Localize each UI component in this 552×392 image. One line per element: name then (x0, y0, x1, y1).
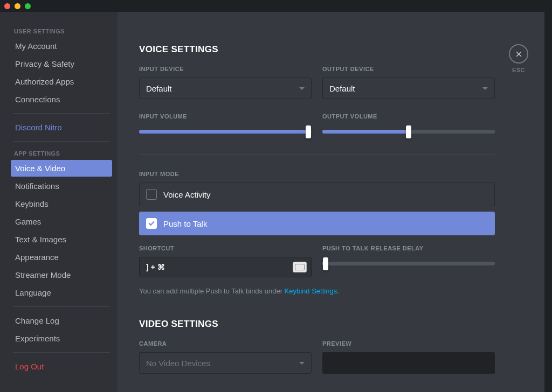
window-titlebar (0, 0, 552, 12)
sidebar-header-user-settings: USER SETTINGS (11, 25, 112, 38)
sidebar-divider (13, 141, 110, 142)
video-settings-heading: VIDEO SETTINGS (139, 319, 495, 330)
sidebar-item-discord-nitro[interactable]: Discord Nitro (11, 119, 112, 136)
input-device-value: Default (146, 84, 172, 93)
keybind-hint: You can add multiple Push to Talk binds … (139, 287, 495, 295)
sidebar-item-privacy-safety[interactable]: Privacy & Safety (11, 55, 112, 72)
preview-pane (322, 352, 495, 374)
output-device-value: Default (329, 84, 355, 93)
chevron-down-icon (299, 362, 305, 365)
settings-main: ESC VOICE SETTINGS INPUT DEVICE Default … (118, 12, 544, 392)
sidebar-header-app-settings: APP SETTINGS (11, 147, 112, 160)
close-settings-button[interactable] (509, 44, 528, 64)
output-volume-label: OUTPUT VOLUME (322, 113, 495, 120)
input-device-select[interactable]: Default (139, 78, 312, 99)
close-esc-label: ESC (509, 67, 528, 73)
mode-label: Push to Talk (163, 219, 207, 228)
window-close-dot[interactable] (4, 3, 10, 9)
voice-settings-heading: VOICE SETTINGS (139, 44, 495, 55)
sidebar-item-voice-video[interactable]: Voice & Video (11, 160, 112, 177)
input-volume-label: INPUT VOLUME (139, 113, 312, 120)
keybind-settings-link[interactable]: Keybind Settings (285, 287, 339, 295)
sidebar-item-notifications[interactable]: Notifications (11, 178, 112, 194)
sidebar-item-language[interactable]: Language (11, 284, 112, 301)
window-zoom-dot[interactable] (25, 3, 31, 9)
ptt-release-delay-slider[interactable] (322, 257, 495, 270)
input-mode-push-to-talk[interactable]: Push to Talk (139, 212, 495, 235)
sidebar-divider (13, 352, 110, 353)
shortcut-value: ] + ⌘ (146, 263, 165, 271)
sidebar-item-experiments[interactable]: Experiments (11, 330, 112, 347)
chevron-down-icon (299, 87, 305, 90)
input-mode-voice-activity[interactable]: Voice Activity (139, 183, 495, 206)
sidebar-item-text-images[interactable]: Text & Images (11, 231, 112, 248)
chevron-down-icon (482, 87, 488, 90)
sidebar-item-authorized-apps[interactable]: Authorized Apps (11, 73, 112, 90)
shortcut-input[interactable]: ] + ⌘ (139, 257, 312, 277)
sidebar-item-keybinds[interactable]: Keybinds (11, 195, 112, 212)
close-icon (515, 50, 523, 58)
camera-value: No Video Devices (146, 359, 210, 368)
settings-sidebar: USER SETTINGS My Account Privacy & Safet… (0, 12, 118, 392)
input-mode-label: INPUT MODE (139, 171, 495, 177)
mode-label: Voice Activity (163, 190, 211, 199)
sidebar-item-streamer-mode[interactable]: Streamer Mode (11, 267, 112, 283)
scrollbar[interactable] (544, 12, 552, 392)
window-minimize-dot[interactable] (15, 3, 20, 9)
sidebar-divider (13, 306, 110, 307)
input-volume-slider[interactable] (139, 125, 312, 138)
sidebar-item-log-out[interactable]: Log Out (11, 358, 112, 375)
sidebar-item-my-account[interactable]: My Account (11, 38, 112, 54)
output-device-select[interactable]: Default (322, 78, 495, 99)
sidebar-divider (13, 113, 110, 114)
checkbox-checked-icon (146, 218, 157, 229)
camera-select[interactable]: No Video Devices (139, 352, 312, 374)
camera-label: CAMERA (139, 340, 312, 347)
sidebar-item-games[interactable]: Games (11, 213, 112, 230)
input-device-label: INPUT DEVICE (139, 66, 312, 72)
checkbox-icon (146, 189, 157, 200)
sidebar-item-appearance[interactable]: Appearance (11, 249, 112, 265)
ptt-release-delay-label: PUSH TO TALK RELEASE DELAY (322, 245, 495, 251)
sidebar-item-change-log[interactable]: Change Log (11, 312, 112, 329)
output-device-label: OUTPUT DEVICE (322, 66, 495, 72)
shortcut-label: SHORTCUT (139, 245, 312, 251)
keyboard-icon (293, 262, 307, 272)
sidebar-item-connections[interactable]: Connections (11, 91, 112, 108)
output-volume-slider[interactable] (322, 125, 495, 138)
preview-label: PREVIEW (322, 340, 495, 347)
section-divider (139, 154, 495, 155)
